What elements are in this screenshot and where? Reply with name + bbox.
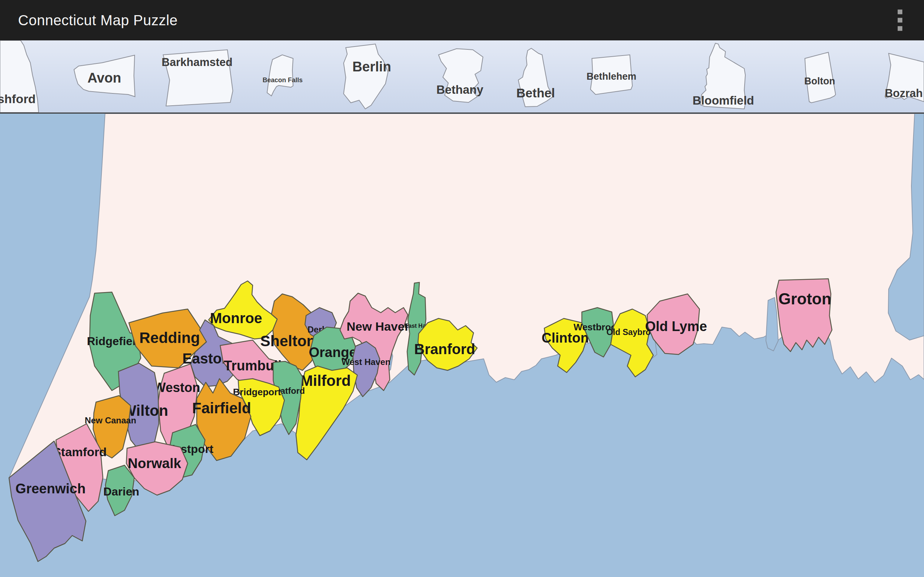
svg-text:Shelton: Shelton: [260, 332, 316, 350]
tray-piece-ashford[interactable]: shford: [0, 40, 39, 113]
svg-text:Monroe: Monroe: [210, 310, 262, 326]
svg-text:Branford: Branford: [414, 341, 475, 357]
svg-text:shford: shford: [0, 92, 36, 106]
tray-piece-bethel[interactable]: Bethel: [517, 48, 555, 107]
svg-text:Darien: Darien: [103, 485, 139, 498]
svg-text:Milford: Milford: [300, 372, 351, 389]
svg-text:Norwalk: Norwalk: [128, 456, 181, 471]
svg-text:Weston: Weston: [153, 380, 200, 395]
svg-text:Bethlehem: Bethlehem: [586, 71, 636, 82]
tray-piece-bolton[interactable]: Bolton: [804, 52, 835, 103]
svg-text:Bloomfield: Bloomfield: [693, 94, 754, 107]
piece-tray: shford Avon Barkhamsted Beacon Falls Ber…: [0, 40, 924, 114]
svg-text:Berlin: Berlin: [352, 59, 391, 74]
tray-piece-bloomfield[interactable]: Bloomfield: [693, 43, 754, 109]
tray-piece-berlin[interactable]: Berlin: [344, 44, 391, 109]
svg-text:Bethel: Bethel: [517, 86, 555, 100]
overflow-menu-icon[interactable]: [895, 7, 905, 34]
map-piece-groton[interactable]: Groton: [776, 279, 832, 351]
tray-piece-bethany[interactable]: Bethany: [436, 49, 484, 102]
svg-text:Bozrah: Bozrah: [885, 87, 922, 100]
app-bar: Connecticut Map Puzzle: [0, 0, 924, 40]
app-title: Connecticut Map Puzzle: [18, 12, 178, 29]
svg-text:Clinton: Clinton: [542, 330, 589, 345]
svg-text:Groton: Groton: [779, 290, 832, 308]
svg-text:Beacon Falls: Beacon Falls: [262, 76, 302, 84]
svg-text:Avon: Avon: [87, 70, 121, 85]
tray-piece-avon[interactable]: Avon: [74, 55, 135, 97]
map-board: Ridgefield Redding Monroe Easton Weston …: [0, 114, 924, 577]
tray-piece-beacon-falls[interactable]: Beacon Falls: [262, 55, 302, 96]
svg-text:Barkhamsted: Barkhamsted: [162, 56, 233, 69]
svg-text:New Haven: New Haven: [347, 319, 412, 333]
tray-piece-bozrah[interactable]: Bozrah: [885, 53, 924, 102]
svg-text:Old Lyme: Old Lyme: [645, 319, 707, 334]
svg-text:New Canaan: New Canaan: [85, 416, 136, 425]
tray-piece-barkhamsted[interactable]: Barkhamsted: [162, 50, 233, 106]
svg-text:West Haven: West Haven: [341, 357, 391, 367]
svg-text:Redding: Redding: [139, 329, 200, 346]
svg-text:Bethany: Bethany: [436, 83, 484, 96]
svg-text:Greenwich: Greenwich: [16, 481, 86, 496]
svg-text:Bridgeport: Bridgeport: [233, 387, 281, 397]
svg-text:Fairfield: Fairfield: [192, 400, 251, 416]
svg-text:Bolton: Bolton: [804, 76, 835, 87]
tray-piece-bethlehem[interactable]: Bethlehem: [586, 55, 636, 95]
svg-text:Stamford: Stamford: [53, 445, 107, 459]
